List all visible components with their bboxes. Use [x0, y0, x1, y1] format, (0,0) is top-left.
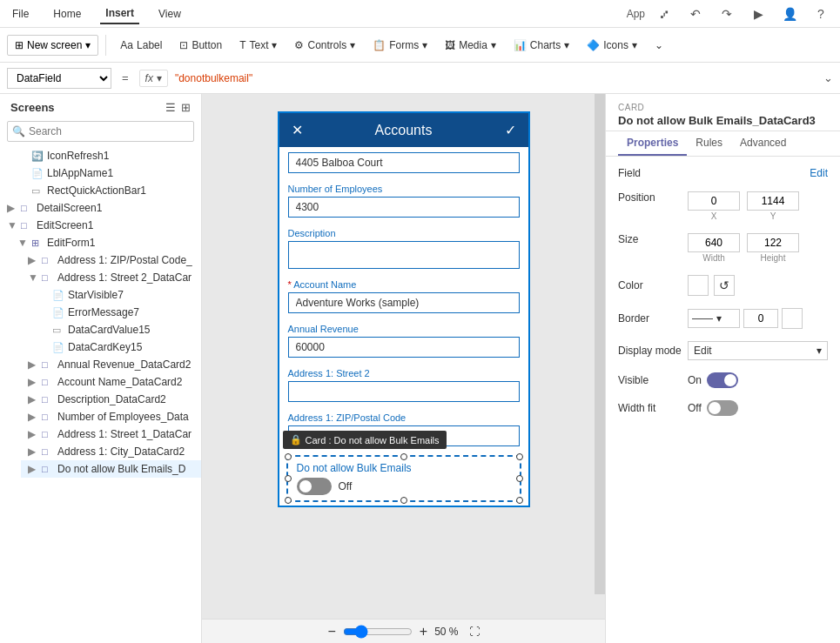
tab-advanced[interactable]: Advanced [731, 131, 795, 156]
sidebar-item-num-employees[interactable]: ▶ □ Number of Employees_Data [21, 408, 201, 425]
sidebar-item-datacardvalue15[interactable]: ▭ DataCardValue15 [31, 321, 201, 338]
menu-file[interactable]: File [7, 4, 34, 23]
selection-handle-tr[interactable] [516, 453, 523, 460]
sidebar-item-account-name[interactable]: ▶ □ Account Name_DataCard2 [21, 373, 201, 391]
menu-home[interactable]: Home [48, 4, 86, 23]
sidebar-item-lblappname1[interactable]: 📄 LblAppName1 [10, 164, 201, 182]
form-input-annual-rev[interactable] [288, 337, 520, 358]
label-button[interactable]: Aa Label [113, 36, 169, 55]
prop-display-mode-dropdown[interactable]: Edit ▾ [688, 341, 828, 360]
sidebar-item-starvisible7[interactable]: 📄 StarVisible7 [31, 286, 201, 304]
media-button[interactable]: 🖼 Media ▾ [438, 36, 503, 55]
form-input-street2[interactable] [288, 381, 520, 402]
text-button[interactable]: T Text ▾ [232, 36, 284, 55]
menu-insert[interactable]: Insert [100, 3, 139, 24]
formula-expand-icon[interactable]: ⌄ [823, 71, 833, 84]
main-layout: Screens ☰ ⊞ 🔍 🔄 IconRefresh1 📄 [0, 94, 840, 643]
sidebar-grid-icon[interactable]: ⊞ [181, 101, 191, 114]
selection-handle-bl[interactable] [285, 497, 292, 504]
formula-field-select[interactable]: DataField [7, 68, 111, 89]
sidebar-item-iconrefresh1[interactable]: 🔄 IconRefresh1 [10, 147, 201, 164]
sidebar-item-rectquickactionbar1[interactable]: ▭ RectQuickActionBar1 [10, 182, 201, 199]
new-screen-button[interactable]: ⊞ New screen ▾ [7, 35, 98, 56]
form-input-balboa[interactable] [288, 152, 520, 173]
form-card: ✕ Accounts ✓ Number of Employees Descrip… [278, 111, 530, 507]
sidebar-item-errormessage7[interactable]: 📄 ErrorMessage7 [31, 304, 201, 321]
formula-input[interactable] [175, 72, 816, 84]
selection-handle-tm[interactable] [400, 453, 407, 460]
run-icon[interactable]: ▶ [746, 2, 770, 26]
forms-button[interactable]: 📋 Forms ▾ [366, 36, 434, 55]
sidebar-item-datacardkey15[interactable]: 📄 DataCardKey15 [31, 338, 201, 356]
sidebar-item-description[interactable]: ▶ □ Description_DataCard2 [21, 391, 201, 408]
zoom-slider[interactable] [343, 625, 413, 639]
tab-properties[interactable]: Properties [618, 131, 687, 156]
controls-button[interactable]: ⚙ Controls ▾ [287, 36, 362, 55]
prop-x-input[interactable] [688, 191, 740, 211]
search-input[interactable] [7, 121, 194, 142]
sidebar-item-editscreen1[interactable]: ▼ □ EditScreen1 [0, 217, 201, 234]
zoom-percent: 50 % [434, 626, 458, 638]
prop-border-style-select[interactable]: —— ▾ [688, 309, 740, 328]
field-edit-link[interactable]: Edit [810, 167, 828, 179]
prop-label-size: Size [618, 233, 688, 245]
charts-button[interactable]: 📊 Charts ▾ [507, 36, 576, 55]
button-button[interactable]: ⊡ Button [172, 36, 229, 55]
sidebar-item-donot-bulk[interactable]: ▶ □ Do not allow Bulk Emails_D [21, 460, 201, 478]
user-icon[interactable]: 👤 [777, 2, 802, 26]
sidebar-item-address-street2[interactable]: ▼ □ Address 1: Street 2_DataCar [21, 269, 201, 286]
sidebar-item-address-street1[interactable]: ▶ □ Address 1: Street 1_DataCar [21, 425, 201, 443]
tree-icon-rectquickactionbar1: ▭ [31, 185, 44, 197]
form-input-account-name[interactable] [288, 292, 520, 313]
tree-icon-address-street2: □ [42, 272, 54, 283]
tree-icon-account-name: □ [42, 377, 54, 387]
tree-icon-detailscreen1: □ [21, 203, 33, 213]
tree-arrow-detailscreen1: ▶ [7, 202, 17, 214]
sidebar-item-address-zip[interactable]: ▶ □ Address 1: ZIP/Postal Code_ [21, 251, 201, 269]
prop-border-width-input[interactable] [743, 309, 778, 328]
selection-handle-tl[interactable] [285, 453, 292, 460]
form-check-icon[interactable]: ✓ [505, 122, 516, 138]
prop-value-display-mode: Edit ▾ [688, 341, 828, 360]
prop-color-reset[interactable]: ↺ [714, 275, 735, 296]
sidebar-list-icon[interactable]: ☰ [165, 101, 176, 114]
tree-icon-annual-rev: □ [42, 359, 54, 370]
toggle-field-wrapper: 🔒 Card : Do not allow Bulk Emails Do [283, 455, 525, 502]
fit-screen-icon[interactable]: ⛶ [469, 626, 480, 638]
width-fit-toggle[interactable] [707, 400, 738, 416]
prop-color-box[interactable] [688, 275, 709, 296]
selection-handle-bm[interactable] [400, 497, 407, 504]
prop-y-input[interactable] [747, 191, 799, 211]
tree-label-address-city: Address 1: City_DataCard2 [57, 445, 194, 458]
form-input-description[interactable] [288, 241, 520, 269]
zoom-out-icon[interactable]: − [327, 624, 335, 640]
redo-icon[interactable]: ↷ [715, 2, 739, 26]
sidebar-item-address-city[interactable]: ▶ □ Address 1: City_DataCard2 [21, 443, 201, 460]
prop-y-label: Y [770, 211, 776, 221]
form-input-num-emp[interactable] [288, 197, 520, 218]
prop-border-color-box[interactable] [782, 308, 803, 329]
tab-rules[interactable]: Rules [687, 131, 731, 156]
more-icon[interactable]: ? [809, 2, 833, 26]
visible-toggle[interactable] [707, 372, 738, 388]
form-close-icon[interactable]: ✕ [292, 122, 303, 138]
sidebar-item-detailscreen1[interactable]: ▶ □ DetailScreen1 [0, 199, 201, 217]
icons-button[interactable]: 🔷 Icons ▾ [580, 36, 644, 55]
zoom-in-icon[interactable]: + [420, 624, 427, 640]
more-toolbar-button[interactable]: ⌄ [648, 36, 670, 55]
sidebar-item-annual-rev[interactable]: ▶ □ Annual Revenue_DataCard2 [21, 356, 201, 373]
selection-handle-br[interactable] [516, 497, 523, 504]
canvas-vscrollbar[interactable] [595, 94, 605, 594]
undo-icon[interactable]: ↶ [683, 2, 708, 26]
toggle-switch[interactable] [297, 478, 332, 495]
selection-handle-mr[interactable] [516, 475, 523, 482]
sidebar-header-icons: ☰ ⊞ [165, 101, 191, 114]
selection-handle-ml[interactable] [285, 475, 292, 482]
form-field-account-name: Account Name [279, 274, 528, 318]
prop-value-width-fit: Off [688, 400, 828, 416]
prop-width-input[interactable] [688, 233, 740, 252]
menu-view[interactable]: View [153, 4, 186, 23]
prop-height-input[interactable] [747, 233, 799, 252]
help-icon[interactable]: ⑇ [652, 2, 676, 26]
sidebar-item-editform1[interactable]: ▼ ⊞ EditForm1 [10, 234, 201, 251]
